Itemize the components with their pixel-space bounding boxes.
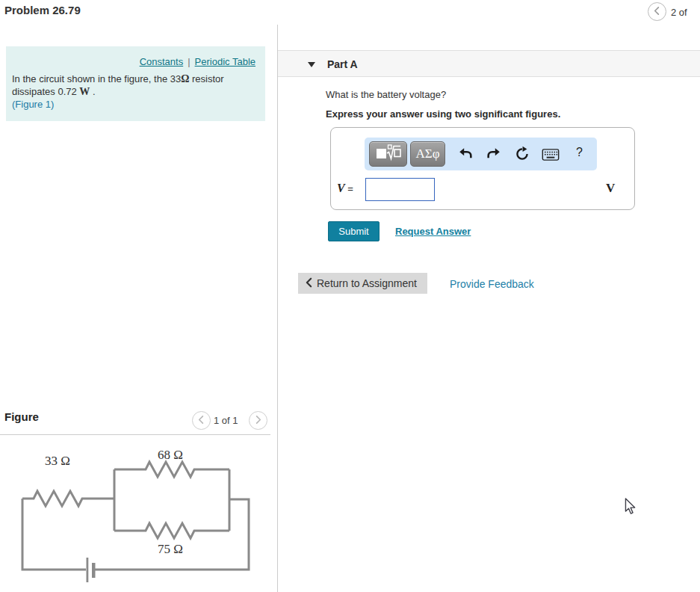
resistor-68-label: 68 Ω [158,448,183,462]
answer-instruction: Express your answer using two significan… [326,108,560,120]
problem-text-pre: In the circuit shown in the figure, the … [12,73,181,84]
resistor-75-zigzag [114,523,229,538]
provide-feedback-link[interactable]: Provide Feedback [450,278,534,290]
math-templates-button[interactable] [369,141,407,167]
keyboard-icon[interactable] [542,149,558,165]
circuit-wires [22,462,249,570]
answer-unit: V [606,181,615,196]
resource-links: Constants|Periodic Table [6,46,265,67]
math-templates-icon [375,143,402,165]
chevron-left-icon [306,277,312,290]
mouse-cursor [625,498,636,516]
battery-symbol [87,558,96,582]
figure-1-link[interactable]: (Figure 1) [12,99,54,110]
resistor-33-zigzag [22,491,114,506]
return-to-assignment-button[interactable]: Return to Assignment [298,273,427,294]
problem-counter: 2 of [671,7,687,18]
resistor-75-label: 75 Ω [158,542,183,556]
chevron-right-icon [253,414,263,428]
collapse-triangle-icon [308,62,315,67]
variable-v: V [337,182,345,194]
undo-icon[interactable] [457,146,474,162]
return-label: Return to Assignment [317,277,417,289]
resistor-33-label: 33 Ω [45,454,70,468]
watt-symbol: W [79,86,90,97]
reset-icon[interactable] [514,146,530,162]
problem-text-end: . [90,86,95,97]
constants-link[interactable]: Constants [140,56,184,67]
link-separator: | [188,56,190,67]
periodic-table-link[interactable]: Periodic Table [195,56,255,67]
part-a-header[interactable]: Part A [278,50,700,77]
omega-symbol: Ω [181,73,189,84]
greek-letters-button[interactable]: ΑΣφ [410,141,445,167]
battery-short-plate [92,563,96,578]
figure-prev-button[interactable] [192,411,211,430]
redo-icon[interactable] [486,146,502,162]
problem-text: In the circuit shown in the figure, the … [12,73,253,111]
answer-entry-box: ΑΣφ [330,127,635,210]
page-title: Problem 26.79 [4,4,81,16]
question-text: What is the battery voltage? [326,89,446,100]
figure-next-button[interactable] [249,411,267,430]
chevron-left-icon [196,414,206,428]
submit-button[interactable]: Submit [328,221,380,241]
panel-divider [277,25,278,592]
problem-statement-box: Constants|Periodic Table In the circuit … [6,46,265,121]
resistor-68-zigzag [114,462,229,477]
equals-sign: = [347,183,353,194]
answer-variable-label: V = [337,182,353,195]
figure-pagination: 1 of 1 [214,415,238,426]
chevron-left-icon [652,5,662,19]
equation-toolbar: ΑΣφ [365,138,597,170]
mastering-physics-page: Problem 26.79 2 of Constants|Periodic Ta… [0,0,700,592]
circuit-diagram: 33 Ω 68 Ω 75 Ω [0,435,277,592]
previous-problem-button[interactable] [648,2,666,21]
figure-section-title: Figure [4,410,39,423]
battery-long-plate [87,558,89,582]
answer-input[interactable] [365,178,435,201]
wire-left-bottom [22,499,86,570]
request-answer-link[interactable]: Request Answer [395,226,471,237]
part-a-title: Part A [327,58,358,70]
help-icon[interactable]: ? [576,146,583,159]
